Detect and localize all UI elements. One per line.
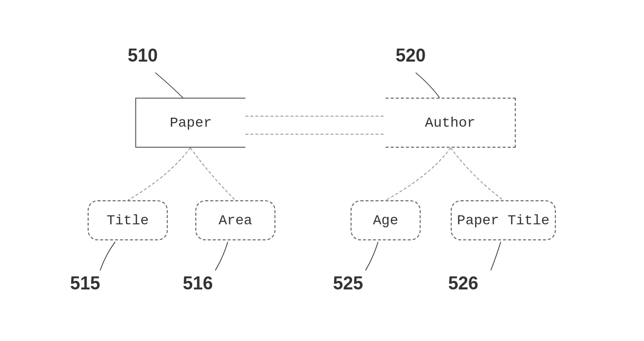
age-node: Age xyxy=(351,200,421,240)
ref-526: 526 xyxy=(448,273,478,294)
paper-node: Paper xyxy=(135,98,245,148)
area-label: Area xyxy=(218,213,252,228)
age-label: Age xyxy=(373,213,398,228)
paper-label: Paper xyxy=(170,115,212,131)
ref-525: 525 xyxy=(333,273,363,294)
title-label: Title xyxy=(107,213,149,228)
author-label: Author xyxy=(425,115,476,131)
papertitle-node: Paper Title xyxy=(451,200,556,240)
ref-510: 510 xyxy=(128,45,158,66)
area-node: Area xyxy=(195,200,275,240)
author-node: Author xyxy=(386,98,516,148)
ref-516: 516 xyxy=(183,273,213,294)
ref-515: 515 xyxy=(70,273,100,294)
diagram-container: 510 520 515 516 525 526 Paper Author Tit… xyxy=(0,0,644,341)
title-node: Title xyxy=(88,200,168,240)
ref-520: 520 xyxy=(396,45,426,66)
papertitle-label: Paper Title xyxy=(457,213,550,228)
